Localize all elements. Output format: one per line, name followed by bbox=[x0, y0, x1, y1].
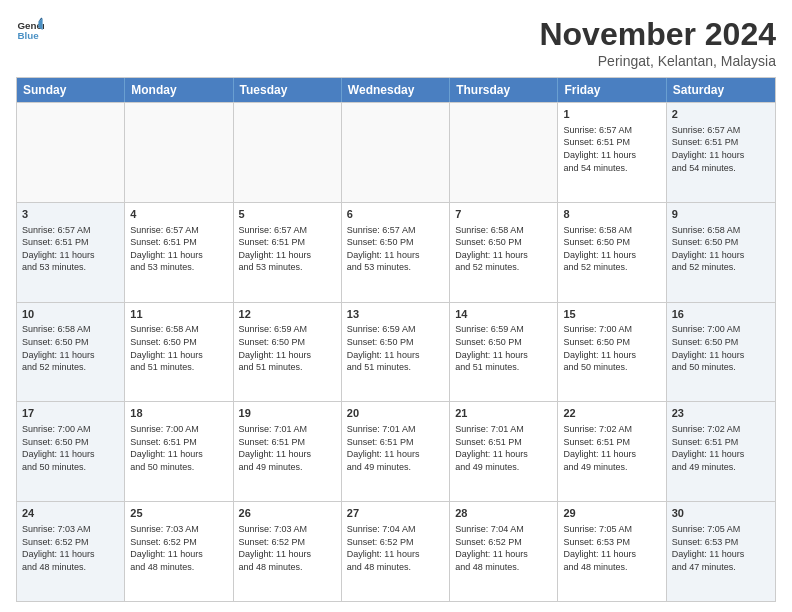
day-number: 30 bbox=[672, 506, 770, 521]
day-cell-7: 7Sunrise: 6:58 AM Sunset: 6:50 PM Daylig… bbox=[450, 203, 558, 302]
day-cell-20: 20Sunrise: 7:01 AM Sunset: 6:51 PM Dayli… bbox=[342, 402, 450, 501]
day-number: 24 bbox=[22, 506, 119, 521]
day-number: 26 bbox=[239, 506, 336, 521]
day-number: 13 bbox=[347, 307, 444, 322]
day-cell-19: 19Sunrise: 7:01 AM Sunset: 6:51 PM Dayli… bbox=[234, 402, 342, 501]
day-number: 3 bbox=[22, 207, 119, 222]
day-number: 12 bbox=[239, 307, 336, 322]
empty-cell bbox=[234, 103, 342, 202]
empty-cell bbox=[342, 103, 450, 202]
title-block: November 2024 Peringat, Kelantan, Malays… bbox=[539, 16, 776, 69]
day-number: 9 bbox=[672, 207, 770, 222]
day-number: 27 bbox=[347, 506, 444, 521]
day-cell-6: 6Sunrise: 6:57 AM Sunset: 6:50 PM Daylig… bbox=[342, 203, 450, 302]
day-info: Sunrise: 6:57 AM Sunset: 6:51 PM Dayligh… bbox=[563, 124, 660, 174]
day-cell-8: 8Sunrise: 6:58 AM Sunset: 6:50 PM Daylig… bbox=[558, 203, 666, 302]
day-info: Sunrise: 6:58 AM Sunset: 6:50 PM Dayligh… bbox=[22, 323, 119, 373]
empty-cell bbox=[17, 103, 125, 202]
day-number: 7 bbox=[455, 207, 552, 222]
day-number: 4 bbox=[130, 207, 227, 222]
svg-text:Blue: Blue bbox=[17, 30, 39, 41]
logo-icon: General Blue bbox=[16, 16, 44, 44]
day-info: Sunrise: 6:57 AM Sunset: 6:51 PM Dayligh… bbox=[130, 224, 227, 274]
day-cell-4: 4Sunrise: 6:57 AM Sunset: 6:51 PM Daylig… bbox=[125, 203, 233, 302]
day-info: Sunrise: 6:59 AM Sunset: 6:50 PM Dayligh… bbox=[347, 323, 444, 373]
day-number: 16 bbox=[672, 307, 770, 322]
day-info: Sunrise: 7:01 AM Sunset: 6:51 PM Dayligh… bbox=[239, 423, 336, 473]
day-info: Sunrise: 7:03 AM Sunset: 6:52 PM Dayligh… bbox=[130, 523, 227, 573]
calendar-header: SundayMondayTuesdayWednesdayThursdayFrid… bbox=[17, 78, 775, 102]
logo: General Blue bbox=[16, 16, 44, 44]
day-header-thursday: Thursday bbox=[450, 78, 558, 102]
day-cell-29: 29Sunrise: 7:05 AM Sunset: 6:53 PM Dayli… bbox=[558, 502, 666, 601]
day-header-wednesday: Wednesday bbox=[342, 78, 450, 102]
day-number: 19 bbox=[239, 406, 336, 421]
day-cell-30: 30Sunrise: 7:05 AM Sunset: 6:53 PM Dayli… bbox=[667, 502, 775, 601]
day-number: 14 bbox=[455, 307, 552, 322]
day-cell-25: 25Sunrise: 7:03 AM Sunset: 6:52 PM Dayli… bbox=[125, 502, 233, 601]
day-cell-27: 27Sunrise: 7:04 AM Sunset: 6:52 PM Dayli… bbox=[342, 502, 450, 601]
day-info: Sunrise: 7:00 AM Sunset: 6:51 PM Dayligh… bbox=[130, 423, 227, 473]
day-number: 5 bbox=[239, 207, 336, 222]
day-info: Sunrise: 7:03 AM Sunset: 6:52 PM Dayligh… bbox=[22, 523, 119, 573]
day-info: Sunrise: 7:01 AM Sunset: 6:51 PM Dayligh… bbox=[347, 423, 444, 473]
day-number: 8 bbox=[563, 207, 660, 222]
day-cell-17: 17Sunrise: 7:00 AM Sunset: 6:50 PM Dayli… bbox=[17, 402, 125, 501]
day-number: 17 bbox=[22, 406, 119, 421]
empty-cell bbox=[450, 103, 558, 202]
day-number: 6 bbox=[347, 207, 444, 222]
day-cell-15: 15Sunrise: 7:00 AM Sunset: 6:50 PM Dayli… bbox=[558, 303, 666, 402]
day-number: 2 bbox=[672, 107, 770, 122]
day-number: 10 bbox=[22, 307, 119, 322]
day-info: Sunrise: 6:59 AM Sunset: 6:50 PM Dayligh… bbox=[239, 323, 336, 373]
day-info: Sunrise: 6:59 AM Sunset: 6:50 PM Dayligh… bbox=[455, 323, 552, 373]
day-info: Sunrise: 6:57 AM Sunset: 6:50 PM Dayligh… bbox=[347, 224, 444, 274]
day-number: 25 bbox=[130, 506, 227, 521]
day-number: 1 bbox=[563, 107, 660, 122]
day-number: 23 bbox=[672, 406, 770, 421]
day-number: 21 bbox=[455, 406, 552, 421]
day-info: Sunrise: 6:58 AM Sunset: 6:50 PM Dayligh… bbox=[130, 323, 227, 373]
day-cell-5: 5Sunrise: 6:57 AM Sunset: 6:51 PM Daylig… bbox=[234, 203, 342, 302]
day-header-monday: Monday bbox=[125, 78, 233, 102]
day-info: Sunrise: 6:57 AM Sunset: 6:51 PM Dayligh… bbox=[672, 124, 770, 174]
day-header-friday: Friday bbox=[558, 78, 666, 102]
day-number: 28 bbox=[455, 506, 552, 521]
empty-cell bbox=[125, 103, 233, 202]
day-cell-1: 1Sunrise: 6:57 AM Sunset: 6:51 PM Daylig… bbox=[558, 103, 666, 202]
day-info: Sunrise: 7:02 AM Sunset: 6:51 PM Dayligh… bbox=[672, 423, 770, 473]
day-cell-10: 10Sunrise: 6:58 AM Sunset: 6:50 PM Dayli… bbox=[17, 303, 125, 402]
day-info: Sunrise: 7:00 AM Sunset: 6:50 PM Dayligh… bbox=[563, 323, 660, 373]
month-title: November 2024 bbox=[539, 16, 776, 53]
week-row-2: 3Sunrise: 6:57 AM Sunset: 6:51 PM Daylig… bbox=[17, 202, 775, 302]
day-info: Sunrise: 7:05 AM Sunset: 6:53 PM Dayligh… bbox=[563, 523, 660, 573]
day-number: 20 bbox=[347, 406, 444, 421]
day-cell-13: 13Sunrise: 6:59 AM Sunset: 6:50 PM Dayli… bbox=[342, 303, 450, 402]
day-info: Sunrise: 7:03 AM Sunset: 6:52 PM Dayligh… bbox=[239, 523, 336, 573]
day-number: 11 bbox=[130, 307, 227, 322]
day-number: 15 bbox=[563, 307, 660, 322]
subtitle: Peringat, Kelantan, Malaysia bbox=[539, 53, 776, 69]
day-info: Sunrise: 7:04 AM Sunset: 6:52 PM Dayligh… bbox=[455, 523, 552, 573]
calendar: SundayMondayTuesdayWednesdayThursdayFrid… bbox=[16, 77, 776, 602]
page: General Blue November 2024 Peringat, Kel… bbox=[0, 0, 792, 612]
week-row-3: 10Sunrise: 6:58 AM Sunset: 6:50 PM Dayli… bbox=[17, 302, 775, 402]
day-info: Sunrise: 6:58 AM Sunset: 6:50 PM Dayligh… bbox=[672, 224, 770, 274]
day-number: 29 bbox=[563, 506, 660, 521]
day-cell-28: 28Sunrise: 7:04 AM Sunset: 6:52 PM Dayli… bbox=[450, 502, 558, 601]
day-cell-18: 18Sunrise: 7:00 AM Sunset: 6:51 PM Dayli… bbox=[125, 402, 233, 501]
day-cell-24: 24Sunrise: 7:03 AM Sunset: 6:52 PM Dayli… bbox=[17, 502, 125, 601]
day-cell-2: 2Sunrise: 6:57 AM Sunset: 6:51 PM Daylig… bbox=[667, 103, 775, 202]
day-info: Sunrise: 7:00 AM Sunset: 6:50 PM Dayligh… bbox=[672, 323, 770, 373]
header: General Blue November 2024 Peringat, Kel… bbox=[16, 16, 776, 69]
day-cell-3: 3Sunrise: 6:57 AM Sunset: 6:51 PM Daylig… bbox=[17, 203, 125, 302]
day-info: Sunrise: 7:05 AM Sunset: 6:53 PM Dayligh… bbox=[672, 523, 770, 573]
day-cell-21: 21Sunrise: 7:01 AM Sunset: 6:51 PM Dayli… bbox=[450, 402, 558, 501]
day-header-sunday: Sunday bbox=[17, 78, 125, 102]
day-cell-23: 23Sunrise: 7:02 AM Sunset: 6:51 PM Dayli… bbox=[667, 402, 775, 501]
week-row-5: 24Sunrise: 7:03 AM Sunset: 6:52 PM Dayli… bbox=[17, 501, 775, 601]
day-cell-16: 16Sunrise: 7:00 AM Sunset: 6:50 PM Dayli… bbox=[667, 303, 775, 402]
day-number: 22 bbox=[563, 406, 660, 421]
day-info: Sunrise: 6:57 AM Sunset: 6:51 PM Dayligh… bbox=[22, 224, 119, 274]
day-cell-9: 9Sunrise: 6:58 AM Sunset: 6:50 PM Daylig… bbox=[667, 203, 775, 302]
